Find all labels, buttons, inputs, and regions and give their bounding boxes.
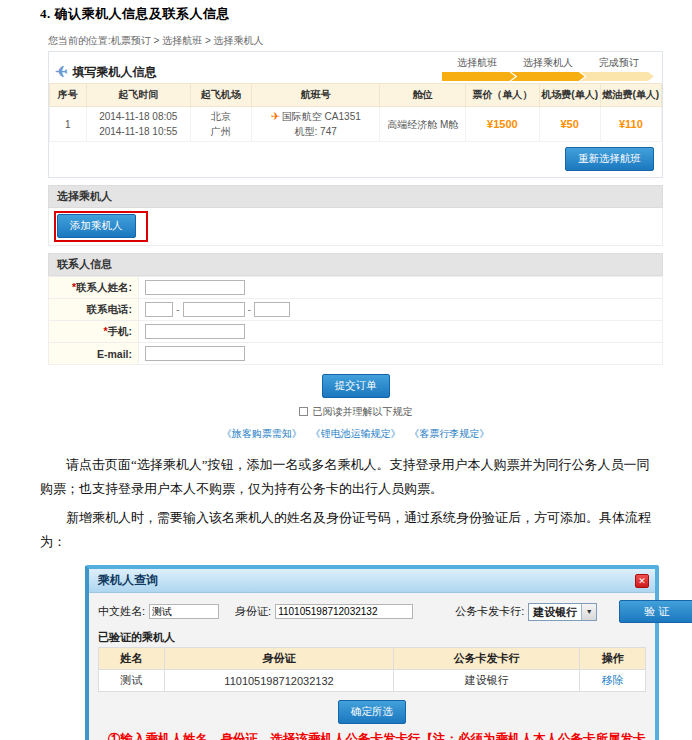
- chevron-down-icon: ▼: [581, 604, 596, 620]
- id-card-label: 身份证:: [235, 604, 271, 619]
- cn-name-input[interactable]: [149, 604, 219, 619]
- rules-links: 《旅客购票需知》 《锂电池运输规定》 《客票行李规定》: [48, 427, 663, 441]
- phone-number-input[interactable]: [183, 302, 245, 317]
- remove-passenger-link[interactable]: 移除: [602, 674, 624, 686]
- step-select-passenger: 选择乘机人: [513, 56, 584, 70]
- agree-checkbox[interactable]: [299, 407, 308, 416]
- verified-name: 测试: [99, 670, 165, 692]
- panel-title: ✈ 填写乘机人信息: [55, 63, 157, 81]
- select-passenger-header: 选择乘机人: [48, 185, 663, 208]
- col-index: 序号: [50, 84, 87, 107]
- verified-table-row: 测试 110105198712032132 建设银行 移除: [99, 670, 646, 692]
- highlight-red-box: 添加乘机人: [54, 211, 148, 242]
- vcol-bank: 公务卡发卡行: [394, 648, 580, 670]
- bank-select-value: 建设银行: [529, 604, 581, 620]
- email-input[interactable]: [145, 346, 245, 361]
- id-card-input[interactable]: [275, 604, 413, 619]
- modal-step-notes: ①输入乘机人姓名、身份证、选择该乘机人公务卡发卡行【注：必须为乘机人本人公务卡所…: [98, 729, 646, 740]
- contact-mobile-row: *手机:: [49, 321, 663, 343]
- col-flight-no: 航班号: [251, 84, 380, 107]
- vcol-id: 身份证: [164, 648, 394, 670]
- page-title: 4. 确认乘机人信息及联系人信息: [40, 5, 692, 23]
- cn-name-label: 中文姓名:: [98, 604, 145, 619]
- airline-name: 国际航空 CA1351: [282, 111, 361, 122]
- reselect-flight-button[interactable]: 重新选择航班: [565, 147, 654, 171]
- breadcrumb: 您当前的位置:机票预订 > 选择航班 > 选择乘机人: [48, 34, 663, 48]
- submit-order-button[interactable]: 提交订单: [322, 374, 390, 398]
- step-finish-booking: 完成预订: [583, 56, 654, 70]
- col-depart-airport: 起飞机场: [190, 84, 251, 107]
- contact-info-header: 联系人信息: [48, 253, 663, 276]
- panel-title-label: 填写乘机人信息: [73, 64, 157, 81]
- bank-label: 公务卡发卡行:: [455, 604, 524, 619]
- flight-table: 序号 起飞时间 起飞机场 航班号 舱位 票价（单人） 机场费(单人) 燃油费(单…: [49, 83, 662, 142]
- airport-fee: ¥50: [539, 107, 600, 142]
- contact-form: *联系人姓名: 联系电话: -- *手机: E-mail:: [48, 276, 663, 365]
- agree-label: 已阅读并理解以下规定: [313, 406, 413, 417]
- flight-times: 2014-11-18 08:05 2014-11-18 10:55: [86, 107, 190, 142]
- contact-email-row: E-mail:: [49, 343, 663, 365]
- airline-logo-icon: ✈: [271, 110, 280, 122]
- vcol-name: 姓名: [99, 648, 165, 670]
- close-icon[interactable]: ✕: [635, 574, 649, 588]
- plane-icon: ✈: [55, 63, 68, 81]
- confirm-selected-button[interactable]: 确定所选: [338, 700, 406, 724]
- contact-phone-row: 联系电话: --: [49, 299, 663, 321]
- phone-ext-input[interactable]: [254, 302, 290, 317]
- contact-name-row: *联系人姓名:: [49, 277, 663, 299]
- vcol-action: 操作: [580, 648, 646, 670]
- note-step-1: ①输入乘机人姓名、身份证、选择该乘机人公务卡发卡行【注：必须为乘机人本人公务卡所…: [98, 729, 646, 740]
- phone-separator: -: [176, 303, 180, 315]
- mobile-input[interactable]: [145, 324, 245, 339]
- flight-index: 1: [50, 107, 87, 142]
- verified-bank: 建设银行: [394, 670, 580, 692]
- flight-table-row: 1 2014-11-18 08:05 2014-11-18 10:55 北京 广…: [50, 107, 662, 142]
- flight-panel: ✈ 填写乘机人信息 选择航班 选择乘机人 完成预订: [48, 51, 663, 178]
- link-lithium-battery-rules[interactable]: 《锂电池运输规定》: [311, 428, 401, 439]
- verified-table-header-row: 姓名 身份证 公务卡发卡行 操作: [99, 648, 646, 670]
- cabin-cell: 高端经济舱 M舱: [380, 107, 466, 142]
- step-select-flight: 选择航班: [442, 56, 513, 70]
- phone-separator: -: [248, 303, 252, 315]
- paragraph-2: 新增乘机人时，需要输入该名乘机人的姓名及身份证号码，通过系统身份验证后，方可添加…: [40, 506, 656, 554]
- ticket-price: ¥1500: [466, 107, 539, 142]
- booking-screenshot: 您当前的位置:机票预订 > 选择航班 > 选择乘机人 ✈ 填写乘机人信息 选择航…: [48, 34, 663, 441]
- bank-select[interactable]: 建设银行 ▼: [528, 603, 597, 621]
- contact-name-label: 联系人姓名:: [76, 281, 132, 293]
- passenger-query-modal: 乘机人查询 ✕ 中文姓名: 身份证: 公务卡发卡行: 建设银行 ▼ 验 证 已验…: [85, 565, 659, 740]
- verified-passengers-table: 姓名 身份证 公务卡发卡行 操作 测试 110105198712032132 建…: [98, 647, 646, 692]
- col-price: 票价（单人）: [466, 84, 539, 107]
- add-passenger-button[interactable]: 添加乘机人: [57, 214, 136, 238]
- contact-mobile-label: 手机:: [108, 325, 133, 337]
- progress-step-bar-todo: [581, 72, 654, 81]
- phone-area-input[interactable]: [145, 302, 173, 317]
- flight-table-header-row: 序号 起飞时间 起飞机场 航班号 舱位 票价（单人） 机场费(单人) 燃油费(单…: [50, 84, 662, 107]
- paragraph-1: 请点击页面“选择乘机人”按钮，添加一名或多名乘机人。支持登录用户本人购票并为同行…: [40, 453, 656, 501]
- col-depart-time: 起飞时间: [86, 84, 190, 107]
- col-airport-fee: 机场费(单人): [539, 84, 600, 107]
- aircraft-type: 机型: 747: [253, 124, 379, 139]
- flight-airports: 北京 广州: [190, 107, 251, 142]
- link-passenger-notice[interactable]: 《旅客购票需知》: [222, 428, 302, 439]
- progress-step-bar-done: [442, 72, 515, 81]
- verify-button[interactable]: 验 证: [619, 600, 692, 623]
- contact-phone-label: 联系电话:: [87, 303, 133, 315]
- flight-no-cell: ✈国际航空 CA1351 机型: 747: [251, 107, 380, 142]
- contact-name-input[interactable]: [145, 280, 245, 295]
- modal-title: 乘机人查询: [98, 572, 158, 589]
- contact-email-label: E-mail:: [97, 348, 132, 360]
- progress-step-bar-active: [511, 72, 584, 81]
- progress-steps: 选择航班 选择乘机人 完成预订: [442, 56, 654, 81]
- col-fuel-fee: 燃油费(单人): [600, 84, 661, 107]
- col-cabin: 舱位: [380, 84, 466, 107]
- fuel-fee: ¥110: [600, 107, 661, 142]
- verified-id: 110105198712032132: [164, 670, 394, 692]
- link-baggage-rules[interactable]: 《客票行李规定》: [409, 428, 489, 439]
- verified-passengers-header: 已验证的乘机人: [98, 630, 646, 645]
